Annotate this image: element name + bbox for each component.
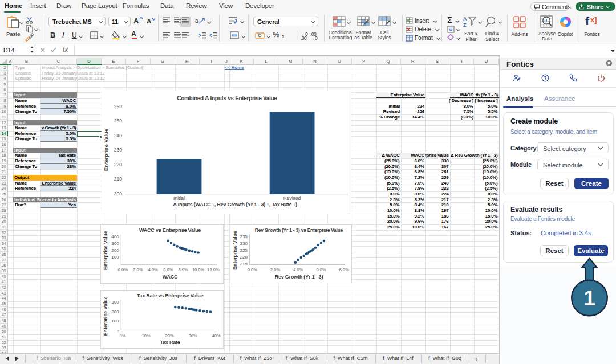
svg-text:210: 210 [114, 177, 122, 182]
svg-text:Initial: Initial [173, 195, 185, 201]
svg-text:300: 300 [112, 241, 120, 246]
svg-text:12.0%: 12.0% [208, 267, 220, 272]
svg-text:10%: 10% [142, 333, 151, 338]
svg-text:240: 240 [114, 133, 122, 138]
svg-text:Δ Inputs (WACC ↓, Rev Growth (: Δ Inputs (WACC ↓, Rev Growth (Yr 1 - 3) … [173, 202, 297, 207]
svg-text:8.0%: 8.0% [179, 267, 188, 272]
svg-text:250: 250 [114, 118, 122, 124]
svg-text:100: 100 [112, 318, 120, 324]
svg-text:100: 100 [112, 255, 120, 260]
svg-text:300: 300 [112, 300, 120, 305]
svg-text:220: 220 [114, 162, 122, 167]
svg-text:4.0%: 4.0% [148, 267, 158, 272]
svg-text:0.0%: 0.0% [118, 267, 128, 272]
svg-text:-: - [117, 328, 119, 333]
svg-text:Rev Growth (Yr 1 - 3): Rev Growth (Yr 1 - 3) [275, 274, 323, 280]
svg-text:WACC: WACC [163, 274, 178, 280]
svg-text:200: 200 [112, 309, 120, 314]
svg-text:A: A [463, 16, 467, 22]
svg-text:215: 215 [240, 261, 248, 267]
svg-text:0.0%: 0.0% [248, 267, 257, 272]
svg-text:230: 230 [114, 148, 122, 153]
svg-text:Tax Rate: Tax Rate [160, 340, 180, 345]
svg-text:20%: 20% [165, 333, 174, 338]
svg-text:220: 220 [240, 255, 248, 260]
svg-text:2.0%: 2.0% [270, 267, 280, 272]
svg-text:200: 200 [114, 191, 122, 197]
svg-text:Revised: Revised [283, 195, 301, 201]
svg-text:0%: 0% [120, 333, 126, 338]
svg-text:Tax Rate vs Enterprise Value: Tax Rate vs Enterprise Value [137, 293, 204, 298]
svg-text:Combined Δ Inputs vs Enterpris: Combined Δ Inputs vs Enterprise Value [177, 95, 277, 101]
svg-text:8.0%: 8.0% [339, 267, 349, 272]
svg-text:230: 230 [240, 241, 248, 246]
svg-text:-: - [117, 262, 119, 267]
svg-text:40%: 40% [212, 333, 221, 338]
svg-text:1: 1 [583, 287, 595, 310]
svg-text:Z: Z [463, 22, 467, 28]
svg-text:4.0%: 4.0% [293, 267, 303, 272]
svg-text:400: 400 [112, 234, 120, 239]
svg-text:2.0%: 2.0% [133, 267, 143, 272]
svg-text:235: 235 [240, 234, 248, 239]
svg-text:200: 200 [112, 248, 120, 253]
svg-text:6.0%: 6.0% [317, 267, 326, 272]
svg-text:Enterprise Value: Enterprise Value [103, 129, 109, 171]
svg-text:Rev Growth (Yr 1 - 3) vs Enter: Rev Growth (Yr 1 - 3) vs Enterprise Valu… [255, 227, 343, 233]
svg-text:260: 260 [114, 104, 122, 109]
svg-text:Enterprise Value: Enterprise Value [103, 231, 108, 270]
svg-text:6.0%: 6.0% [164, 267, 173, 272]
svg-text:Enterprise Value: Enterprise Value [232, 231, 238, 270]
svg-text:Enterprise Value: Enterprise Value [103, 296, 108, 336]
svg-text:10.0%: 10.0% [192, 267, 205, 272]
svg-text:WACC vs Enterprise Value: WACC vs Enterprise Value [139, 227, 201, 233]
svg-text:225: 225 [240, 248, 248, 253]
svg-text:30%: 30% [189, 333, 197, 338]
